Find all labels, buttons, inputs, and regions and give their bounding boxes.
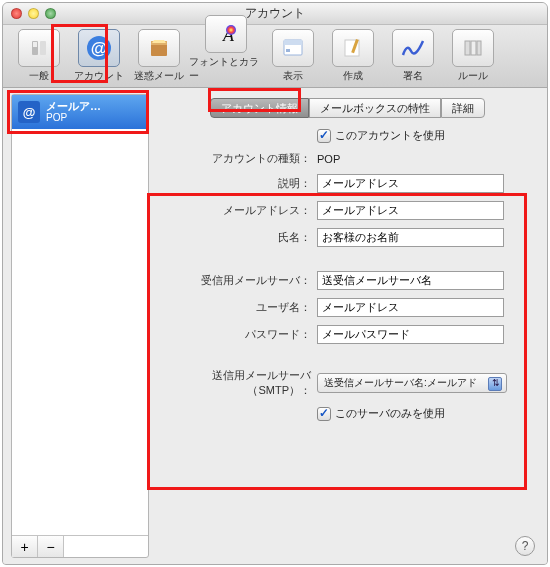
name-input[interactable]	[317, 228, 504, 247]
traffic-lights	[11, 8, 56, 19]
password-input[interactable]	[317, 325, 504, 344]
tb-signature[interactable]: 署名	[383, 29, 443, 83]
tb-label: 一般	[29, 69, 49, 83]
description-label: 説明：	[159, 176, 317, 191]
rules-icon	[452, 29, 494, 67]
type-value: POP	[317, 153, 340, 165]
svg-text:@: @	[91, 39, 108, 58]
use-account-label: このアカウントを使用	[335, 128, 445, 143]
tb-label: 署名	[403, 69, 423, 83]
junk-icon	[138, 29, 180, 67]
tab-account-info[interactable]: アカウント情報	[210, 98, 309, 118]
view-icon	[272, 29, 314, 67]
close-icon[interactable]	[11, 8, 22, 19]
tb-rules[interactable]: ルール	[443, 29, 503, 83]
tab-mailbox-behaviors[interactable]: メールボックスの特性	[309, 98, 441, 118]
svg-rect-1	[40, 41, 46, 55]
tb-fonts[interactable]: A フォントとカラー	[189, 15, 263, 83]
body: @ メールア… POP + − アカウント情報 メールボックスの特性 詳細	[3, 88, 547, 564]
font-icon: A	[205, 15, 247, 53]
switch-icon	[18, 29, 60, 67]
remove-account-button[interactable]: −	[38, 536, 64, 557]
main-panel: アカウント情報 メールボックスの特性 詳細 このアカウントを使用 アカウントの種…	[149, 88, 547, 564]
svg-rect-11	[286, 49, 290, 52]
tb-view[interactable]: 表示	[263, 29, 323, 83]
svg-point-8	[226, 25, 236, 35]
smtp-label: 送信用メールサーバ（SMTP）：	[159, 368, 317, 398]
tb-label: フォントとカラー	[189, 55, 263, 83]
incoming-input[interactable]	[317, 271, 504, 290]
smtp-popup[interactable]: 送受信メールサーバ名:メールアド	[317, 373, 507, 393]
tb-label: ルール	[458, 69, 488, 83]
user-label: ユーザ名：	[159, 300, 317, 315]
svg-rect-16	[477, 41, 481, 55]
account-form: このアカウントを使用 アカウントの種類： POP 説明： メールアドレス： 氏名…	[159, 128, 535, 421]
account-row[interactable]: @ メールア… POP	[12, 95, 148, 129]
add-account-button[interactable]: +	[12, 536, 38, 557]
compose-icon	[332, 29, 374, 67]
user-input[interactable]	[317, 298, 504, 317]
only-this-label: このサーバのみを使用	[335, 406, 445, 421]
at-icon: @	[18, 101, 40, 123]
svg-rect-15	[471, 41, 476, 55]
tb-label: 作成	[343, 69, 363, 83]
account-row-text: メールア… POP	[46, 100, 101, 124]
tb-junk[interactable]: 迷惑メール	[129, 29, 189, 83]
tb-compose[interactable]: 作成	[323, 29, 383, 83]
help-button[interactable]: ?	[515, 536, 535, 556]
tab-advanced[interactable]: 詳細	[441, 98, 485, 118]
preferences-window: アカウント 一般 @ アカウント 迷惑メール A フォントとカラー	[2, 2, 548, 565]
at-icon: @	[78, 29, 120, 67]
email-label: メールアドレス：	[159, 203, 317, 218]
titlebar[interactable]: アカウント	[3, 3, 547, 25]
incoming-label: 受信用メールサーバ：	[159, 273, 317, 288]
email-input[interactable]	[317, 201, 504, 220]
only-this-checkbox[interactable]	[317, 407, 331, 421]
password-label: パスワード：	[159, 327, 317, 342]
tb-label: 表示	[283, 69, 303, 83]
type-label: アカウントの種類：	[159, 151, 317, 166]
tb-general[interactable]: 一般	[9, 29, 69, 83]
svg-rect-2	[33, 42, 37, 47]
svg-rect-14	[465, 41, 470, 55]
name-label: 氏名：	[159, 230, 317, 245]
svg-text:@: @	[23, 105, 36, 119]
signature-icon	[392, 29, 434, 67]
use-account-checkbox[interactable]	[317, 129, 331, 143]
add-remove-bar: + −	[12, 535, 148, 557]
description-input[interactable]	[317, 174, 504, 193]
zoom-icon[interactable]	[45, 8, 56, 19]
svg-rect-10	[284, 40, 302, 45]
account-sidebar: @ メールア… POP + −	[11, 94, 149, 558]
tabs: アカウント情報 メールボックスの特性 詳細	[159, 98, 535, 118]
tb-accounts[interactable]: @ アカウント	[69, 29, 129, 83]
minimize-icon[interactable]	[28, 8, 39, 19]
toolbar: 一般 @ アカウント 迷惑メール A フォントとカラー 表示	[3, 25, 547, 88]
tb-label: アカウント	[74, 69, 124, 83]
tb-label: 迷惑メール	[134, 69, 184, 83]
